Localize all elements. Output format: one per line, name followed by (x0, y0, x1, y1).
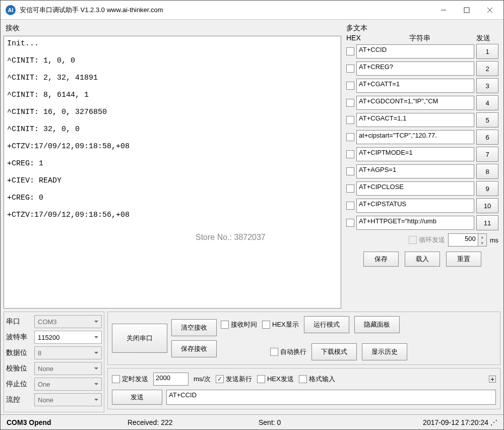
hex-checkbox[interactable] (346, 219, 354, 227)
download-mode-button[interactable]: 下载模式 (311, 343, 357, 360)
command-input[interactable]: AT+CGDCONT=1,"IP","CM (356, 96, 474, 110)
command-input[interactable]: at+cipstart="TCP","120.77. (356, 130, 474, 144)
watermark: Store No.: 3872037 (196, 233, 266, 242)
close-port-button[interactable]: 关闭串口 (112, 324, 167, 353)
receive-textarea[interactable]: Init... ^CINIT: 1, 0, 0 ^CINIT: 2, 32, 4… (4, 36, 341, 309)
serial-panel: 串口COM3 波特率115200 数据位8 校验位None 停止位One 流控N… (4, 312, 104, 412)
send-row-button[interactable]: 11 (476, 215, 498, 230)
send-row-button[interactable]: 1 (476, 44, 498, 59)
load-button[interactable]: 载入 (405, 252, 440, 267)
loop-send-checkbox[interactable]: 循环发送 (409, 235, 445, 244)
loop-send-label: 循环发送 (419, 235, 445, 244)
send-input[interactable]: AT+CCID (166, 390, 496, 405)
close-button[interactable] (478, 2, 501, 19)
port-label: 串口 (6, 317, 32, 326)
expand-button[interactable]: + (489, 376, 496, 383)
stop-combo[interactable]: One (34, 378, 102, 391)
data-label: 数据位 (6, 348, 32, 357)
multi-row: at+cipstart="TCP","120.77.6 (344, 129, 500, 146)
command-input[interactable]: AT+CIPTMODE=1 (356, 147, 474, 161)
stop-label: 停止位 (6, 380, 32, 389)
hex-checkbox[interactable] (346, 116, 354, 124)
hex-checkbox[interactable] (346, 47, 354, 55)
show-history-button[interactable]: 显示历史 (362, 343, 407, 360)
maximize-button[interactable] (455, 2, 478, 19)
hex-show-checkbox[interactable]: HEX显示 (262, 320, 299, 329)
loop-interval-input[interactable]: 500 (448, 233, 478, 247)
multi-row: AT+CCID1 (344, 43, 500, 60)
timed-send-checkbox[interactable]: 定时发送 (112, 375, 148, 384)
hex-checkbox[interactable] (346, 133, 354, 141)
send-newline-checkbox[interactable]: 发送新行 (216, 375, 252, 384)
send-row-button[interactable]: 3 (476, 78, 498, 93)
multi-row: AT+AGPS=18 (344, 163, 500, 180)
hex-checkbox[interactable] (346, 202, 354, 210)
multi-row: AT+CGATT=13 (344, 77, 500, 94)
send-header: 发送 (468, 34, 498, 43)
status-sent: Sent: 0 (259, 418, 380, 426)
baud-combo[interactable]: 115200 (34, 331, 102, 344)
receive-label: 接收 (4, 23, 341, 34)
reset-button[interactable]: 重置 (446, 252, 481, 267)
command-input[interactable]: AT+AGPS=1 (356, 164, 474, 178)
multi-row: AT+CGACT=1,15 (344, 111, 500, 129)
hex-checkbox[interactable] (346, 99, 354, 107)
send-row-button[interactable]: 5 (476, 112, 498, 128)
app-icon: AI (6, 5, 16, 15)
save-recv-button[interactable]: 保存接收 (171, 340, 217, 357)
command-input[interactable]: AT+CCID (356, 44, 474, 58)
recv-time-checkbox[interactable]: 接收时间 (221, 320, 257, 329)
minimize-button[interactable] (432, 2, 455, 19)
baud-label: 波特率 (6, 333, 32, 342)
status-received: Received: 222 (128, 418, 259, 426)
parity-label: 校验位 (6, 364, 32, 373)
multi-headers: HEX 字符串 发送 (344, 34, 500, 43)
port-combo[interactable]: COM3 (34, 315, 102, 328)
multi-row: AT+CIPCLOSE9 (344, 180, 500, 197)
hex-checkbox[interactable] (346, 185, 354, 193)
command-input[interactable]: AT+CGATT=1 (356, 79, 474, 93)
timed-unit: ms/次 (194, 375, 211, 384)
multi-title: 多文本 (344, 23, 500, 34)
hex-checkbox[interactable] (346, 82, 354, 90)
command-input[interactable]: AT+CIPCLOSE (356, 181, 474, 196)
multi-row: AT+CGDCONT=1,"IP","CM4 (344, 94, 500, 111)
loop-spinner[interactable]: ▲▼ (478, 233, 487, 247)
send-button[interactable]: 发送 (112, 390, 162, 405)
multi-row: AT+CIPTMODE=17 (344, 146, 500, 163)
status-time: 2017-09-12 17:20:24 ⋰ (380, 418, 497, 426)
multi-row: AT+CREG?2 (344, 60, 500, 77)
str-header: 字符串 (371, 34, 468, 43)
svg-rect-1 (464, 8, 469, 13)
hex-checkbox[interactable] (346, 167, 354, 175)
clear-recv-button[interactable]: 清空接收 (171, 319, 217, 336)
flow-combo[interactable]: None (34, 393, 102, 406)
hex-checkbox[interactable] (346, 65, 354, 73)
hex-header: HEX (346, 34, 371, 43)
auto-wrap-checkbox[interactable]: 自动换行 (270, 347, 306, 356)
send-row-button[interactable]: 7 (476, 147, 498, 162)
hide-panel-button[interactable]: 隐藏面板 (354, 316, 400, 333)
send-row-button[interactable]: 6 (476, 130, 498, 145)
data-combo[interactable]: 8 (34, 346, 102, 359)
send-row-button[interactable]: 10 (476, 198, 498, 213)
resize-grip-icon: ⋰ (490, 418, 497, 426)
send-row-button[interactable]: 4 (476, 95, 498, 110)
send-row-button[interactable]: 9 (476, 181, 498, 196)
command-input[interactable]: AT+HTTPGET="http://umb (356, 216, 474, 230)
command-input[interactable]: AT+CREG? (356, 62, 474, 76)
run-mode-button[interactable]: 运行模式 (304, 316, 349, 333)
send-row-button[interactable]: 2 (476, 61, 498, 76)
receive-content: Init... ^CINIT: 1, 0, 0 ^CINIT: 2, 32, 4… (7, 39, 130, 219)
parity-combo[interactable]: None (34, 362, 102, 375)
command-input[interactable]: AT+CIPSTATUS (356, 199, 474, 213)
send-row-button[interactable]: 8 (476, 164, 498, 179)
hex-checkbox[interactable] (346, 150, 354, 158)
window-title: 安信可串口调试助手 V1.2.3.0 www.ai-thinker.com (20, 6, 432, 15)
format-input-checkbox[interactable]: 格式输入 (299, 375, 335, 384)
statusbar: COM3 Opend Received: 222 Sent: 0 2017-09… (1, 414, 503, 429)
command-input[interactable]: AT+CGACT=1,1 (356, 113, 474, 127)
hex-send-checkbox[interactable]: HEX发送 (257, 375, 294, 384)
save-button[interactable]: 保存 (363, 252, 399, 267)
timed-interval-input[interactable]: 2000 (153, 373, 188, 386)
